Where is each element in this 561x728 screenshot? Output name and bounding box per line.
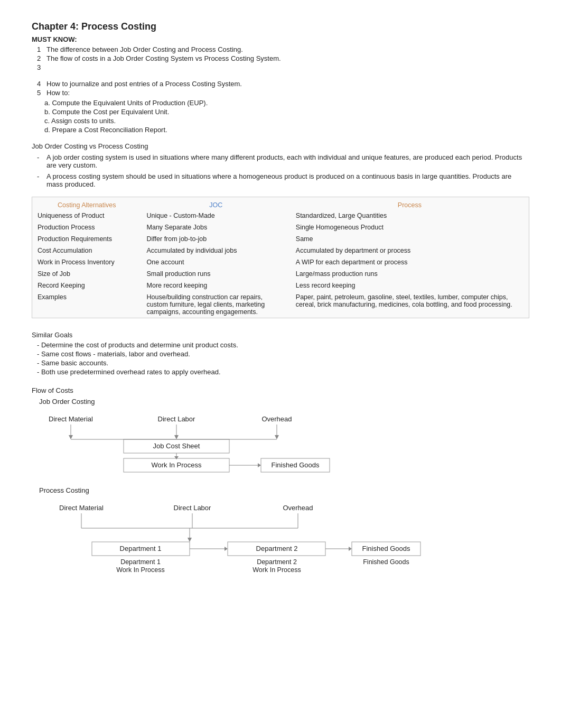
sub-item-5d: d. Prepare a Cost Reconciliation Report. <box>44 126 529 134</box>
list-item-1: 1 The difference between Job Order Costi… <box>37 45 529 53</box>
sub-item-5a: a. Compute the Equivalent Units of Produ… <box>44 99 529 107</box>
process-costing-label: Process Costing <box>32 486 529 494</box>
dept2-bottom-label: Department 2 <box>257 558 297 566</box>
dept2-wip-label: Department 2 <box>256 545 298 552</box>
joc-flow-diagram: Direct Material Direct Labor Overhead Jo… <box>39 411 529 481</box>
process-flow-diagram: Direct Material Direct Labor Overhead De… <box>39 500 529 586</box>
process-flow-svg: Direct Material Direct Labor Overhead De… <box>39 500 435 584</box>
sg-item-3: - Same basic accounts. <box>37 359 529 367</box>
dl-label: Direct Labor <box>158 415 195 423</box>
list-item-3: 3 <box>37 63 529 71</box>
svg-marker-3 <box>174 435 179 439</box>
pc-dl-label: Direct Labor <box>174 504 211 512</box>
bullet-list: - A job order costing system is used in … <box>32 153 529 188</box>
pc-oh-label: Overhead <box>283 504 313 512</box>
jcs-label: Job Cost Sheet <box>153 442 200 450</box>
dept1-bottom-label: Department 1 <box>120 558 161 566</box>
oh-label: Overhead <box>261 415 292 423</box>
similar-goals-title: Similar Goals <box>32 331 529 339</box>
table-row: Production Process Many Separate Jobs Si… <box>32 222 529 233</box>
fg-bottom-label: Finished Goods <box>363 558 409 566</box>
joc-vs-process-title: Job Order Costing vs Process Costing <box>32 142 529 150</box>
table-row: Production Requirements Differ from job-… <box>32 233 529 245</box>
similar-goals-list: - Determine the cost of products and det… <box>32 341 529 376</box>
joc-flow-svg: Direct Material Direct Labor Overhead Jo… <box>39 411 409 480</box>
pc-dm-label: Direct Material <box>59 504 104 512</box>
dm-label: Direct Material <box>49 415 93 423</box>
numbered-list-4-5: 4 How to journalize and post entries of … <box>32 80 529 97</box>
bullet-item-2: - A process costing system should be use… <box>37 172 529 188</box>
dept1-wip-bottom: Work In Process <box>116 566 164 574</box>
svg-marker-13 <box>258 463 261 467</box>
sub-list-5: a. Compute the Equivalent Units of Produ… <box>32 99 529 134</box>
comparison-table: Costing Alternatives JOC Process Uniquen… <box>32 197 529 318</box>
sub-item-5c: c. Assign costs to units. <box>44 117 529 125</box>
list-item-4: 4 How to journalize and post entries of … <box>37 80 529 88</box>
table-row: Record Keeping More record keeping Less … <box>32 280 529 291</box>
table-row: Examples House/building construction car… <box>32 291 529 318</box>
svg-marker-1 <box>69 435 73 439</box>
must-know-label: MUST KNOW: <box>32 35 529 43</box>
list-item-5: 5 How to: <box>37 89 529 97</box>
svg-marker-5 <box>275 435 279 439</box>
col-header-process: Process <box>291 197 529 210</box>
table-row: Uniqueness of Product Unique - Custom-Ma… <box>32 210 529 222</box>
page-title: Chapter 4: Process Costing <box>32 21 529 32</box>
svg-marker-19 <box>188 538 192 542</box>
joc-flow-title: Job Order Costing <box>32 398 529 406</box>
flow-section: Flow of Costs Job Order Costing Direct M… <box>32 386 529 586</box>
table-row: Cost Accumulation Accumulated by individ… <box>32 245 529 256</box>
joc-vs-process-section: Job Order Costing vs Process Costing - A… <box>32 142 529 188</box>
sg-item-1: - Determine the cost of products and det… <box>37 341 529 349</box>
sg-item-2: - Same cost flows - materials, labor and… <box>37 350 529 358</box>
dept2-wip-bottom: Work In Process <box>253 566 301 574</box>
fg-label: Finished Goods <box>271 461 320 469</box>
col-header-joc: JOC <box>142 197 291 210</box>
svg-marker-25 <box>349 547 352 551</box>
numbered-list: 1 The difference between Job Order Costi… <box>32 45 529 71</box>
col-header-alt: Costing Alternatives <box>32 197 142 210</box>
table-row: Work in Process Inventory One account A … <box>32 256 529 268</box>
table-row: Size of Job Small production runs Large/… <box>32 268 529 280</box>
pc-fg-label: Finished Goods <box>362 545 410 552</box>
list-item-2: 2 The flow of costs in a Job Order Costi… <box>37 54 529 62</box>
sg-item-4: - Both use predetermined overhead rates … <box>37 368 529 376</box>
dept1-wip-label: Department 1 <box>120 545 162 552</box>
similar-goals-section: Similar Goals - Determine the cost of pr… <box>32 331 529 376</box>
bullet-item-1: - A job order costing system is used in … <box>37 153 529 169</box>
svg-marker-22 <box>225 547 228 551</box>
flow-title: Flow of Costs <box>32 386 529 394</box>
sub-item-5b: b. Compute the Cost per Equivalent Unit. <box>44 108 529 116</box>
wip-label: Work In Process <box>151 461 202 469</box>
